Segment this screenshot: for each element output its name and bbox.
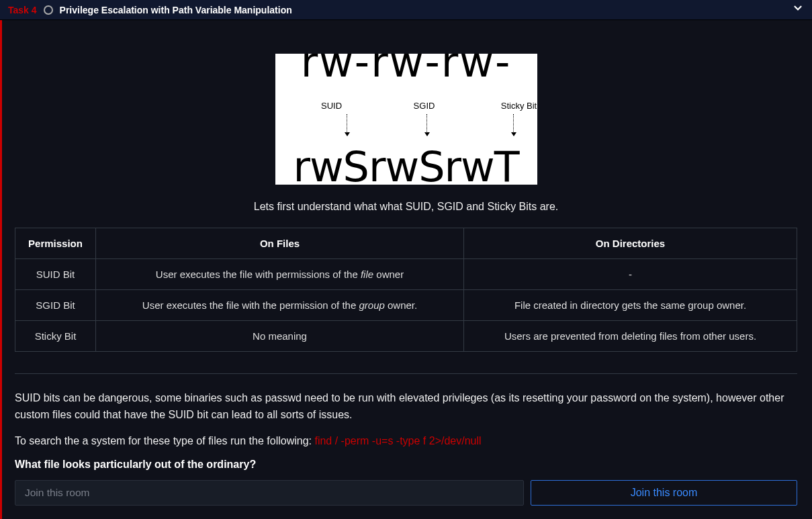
diagram-label-sticky: Sticky Bit: [476, 101, 537, 111]
diagram-bottom-text: rwSrwSrwT: [275, 146, 537, 185]
diagram-top-text: rw-rw-rw-: [275, 54, 537, 83]
paragraph-suid-danger: SUID bits can be dangerous, some binarie…: [15, 390, 797, 424]
join-room-button[interactable]: Join this room: [531, 480, 797, 506]
permission-diagram: rw-rw-rw- SUID SGID Sticky Bit rwSrwSrwT: [275, 54, 537, 185]
find-command: find / -perm -u=s -type f 2>/dev/null: [314, 435, 481, 446]
intro-text: Lets first understand what what SUID, SG…: [15, 201, 797, 213]
task-content: rw-rw-rw- SUID SGID Sticky Bit rwSrwSrwT…: [0, 20, 812, 519]
divider: [15, 373, 797, 374]
th-permission: Permission: [15, 228, 96, 259]
task-number: Task 4: [8, 5, 37, 15]
cell-files: User executes the file with permissions …: [96, 259, 464, 290]
task-status-circle-icon: [44, 5, 53, 15]
answer-input[interactable]: [15, 480, 524, 506]
paragraph-search: To search the a system for these type of…: [15, 433, 797, 450]
table-header-row: Permission On Files On Directories: [15, 228, 797, 259]
left-accent-bar: [0, 20, 2, 519]
table-row: SGID Bit User executes the file with the…: [15, 290, 797, 321]
diagram-labels: SUID SGID Sticky Bit: [275, 101, 537, 111]
cell-files: No meaning: [96, 321, 464, 352]
diagram-label-suid: SUID: [288, 101, 375, 111]
th-on-directories: On Directories: [464, 228, 797, 259]
table-row: Sticky Bit No meaning Users are prevente…: [15, 321, 797, 352]
arrow-icon: [426, 114, 427, 136]
diagram-label-sgid: SGID: [381, 101, 468, 111]
cell-files: User executes the file with the permissi…: [96, 290, 464, 321]
cell-dirs: File created in directory gets the same …: [464, 290, 797, 321]
cell-dirs: Users are prevented from deleting files …: [464, 321, 797, 352]
th-on-files: On Files: [96, 228, 464, 259]
task-title: Privilege Escalation with Path Variable …: [60, 5, 792, 15]
chevron-down-icon: [792, 2, 804, 17]
permissions-table: Permission On Files On Directories SUID …: [15, 228, 797, 352]
cell-perm: SUID Bit: [15, 259, 96, 290]
answer-row: Join this room: [15, 480, 797, 506]
table-row: SUID Bit User executes the file with per…: [15, 259, 797, 290]
arrow-icon: [513, 114, 514, 136]
question-text: What file looks particularly out of the …: [15, 459, 797, 471]
cell-dirs: -: [464, 259, 797, 290]
arrow-icon: [347, 114, 347, 136]
task-header[interactable]: Task 4 Privilege Escalation with Path Va…: [0, 0, 812, 20]
cell-perm: Sticky Bit: [15, 321, 96, 352]
cell-perm: SGID Bit: [15, 290, 96, 321]
